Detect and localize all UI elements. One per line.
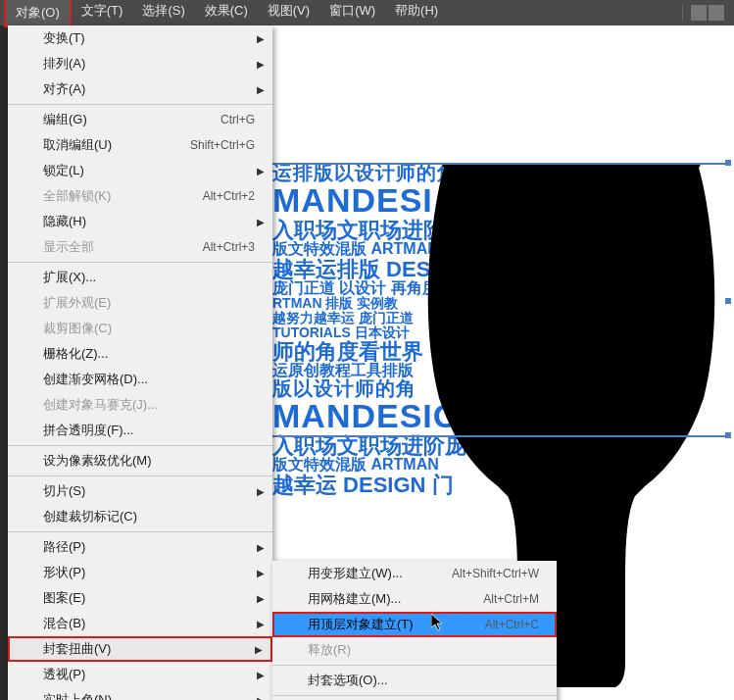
menu-item[interactable]: 封套扭曲(V)▶ [8, 636, 272, 662]
menu-item[interactable]: 排列(A)▶ [8, 51, 272, 76]
menu-item[interactable]: 变换(T)▶ [8, 25, 272, 51]
menu-item-label: 创建渐变网格(D)... [43, 371, 148, 388]
menu-item[interactable]: 路径(P)▶ [8, 534, 272, 560]
menu-item[interactable]: 栅格化(Z)... [8, 341, 272, 367]
menu-item[interactable]: 对齐(A)▶ [8, 76, 272, 102]
menu-shortcut: Alt+Ctrl+2 [203, 189, 255, 203]
menu-item[interactable]: 切片(S)▶ [8, 478, 272, 504]
menu-item[interactable]: 编组(G)Ctrl+G [8, 107, 272, 132]
submenu-arrow-icon: ▶ [257, 59, 265, 70]
submenu-arrow-icon: ▶ [257, 33, 265, 44]
menubar-item[interactable]: 选择(S) [132, 0, 194, 27]
menu-separator [8, 531, 272, 532]
menubar-right-icons [676, 5, 730, 21]
submenu-arrow-icon: ▶ [257, 568, 265, 578]
menu-item[interactable]: 实时上色(N)▶ [8, 687, 272, 700]
menu-item-label: 创建裁切标记(C) [43, 508, 137, 525]
menu-item-label: 切片(S) [43, 482, 85, 500]
menu-item[interactable]: 拼合透明度(F)... [8, 418, 272, 443]
menubar-item[interactable]: 对象(O) [4, 0, 72, 27]
menu-item-label: 锁定(L) [43, 162, 84, 179]
menu-item-label: 封套选项(O)... [308, 672, 388, 689]
menu-item-label: 显示全部 [43, 238, 94, 256]
menu-item[interactable]: 混合(B)▶ [8, 611, 272, 636]
menu-item[interactable]: 隐藏(H)▶ [8, 209, 272, 234]
submenu-arrow-icon: ▶ [257, 166, 265, 176]
menu-item-label: 创建对象马赛克(J)... [43, 396, 158, 414]
menu-shortcut: Alt+Ctrl+M [483, 592, 539, 606]
submenu-arrow-icon: ▶ [257, 619, 265, 629]
menu-separator [8, 262, 272, 263]
menubar-item[interactable]: 效果(C) [195, 0, 258, 27]
anchor-point[interactable] [725, 432, 731, 438]
menubar-item[interactable]: 窗口(W) [319, 0, 385, 27]
menu-item[interactable]: 用变形建立(W)...Alt+Shift+Ctrl+W [272, 561, 557, 586]
anchor-point[interactable] [725, 160, 731, 166]
arrange-icon[interactable] [709, 5, 724, 21]
menubar-item[interactable]: 视图(V) [258, 0, 319, 27]
menubar-item[interactable]: 帮助(H) [385, 0, 448, 27]
workspace-icon[interactable] [691, 5, 707, 21]
object-menu-dropdown: 变换(T)▶排列(A)▶对齐(A)▶编组(G)Ctrl+G取消编组(U)Shif… [8, 25, 272, 700]
menubar-item[interactable]: 文字(T) [72, 0, 133, 27]
submenu-arrow-icon: ▶ [257, 695, 265, 701]
menu-item-label: 拼合透明度(F)... [43, 422, 133, 439]
menu-item-label: 路径(P) [43, 538, 85, 556]
menu-item-label: 全部解锁(K) [43, 187, 111, 205]
menu-separator [8, 104, 272, 105]
menu-item[interactable]: 取消编组(U)Shift+Ctrl+G [8, 132, 272, 158]
menu-item-label: 设为像素级优化(M) [43, 452, 152, 470]
submenu-arrow-icon: ▶ [257, 486, 265, 497]
submenu-arrow-icon: ▶ [255, 644, 263, 655]
menu-item-label: 变换(T) [43, 29, 85, 47]
menu-item-label: 取消编组(U) [43, 136, 112, 154]
menu-item[interactable]: 锁定(L)▶ [8, 158, 272, 183]
menu-item-label: 用顶层对象建立(T) [308, 616, 414, 633]
menu-item-label: 扩展外观(E) [43, 294, 111, 312]
menu-separator [272, 665, 557, 666]
menu-item-label: 释放(R) [308, 641, 351, 659]
menu-item-label: 对齐(A) [43, 80, 85, 98]
menu-item-label: 用变形建立(W)... [308, 565, 403, 582]
menu-shortcut: Ctrl+G [220, 113, 255, 126]
anchor-point[interactable] [725, 298, 731, 304]
menu-shortcut: Alt+Shift+Ctrl+W [452, 567, 539, 580]
menu-item[interactable]: 用网格建立(M)...Alt+Ctrl+M [272, 586, 557, 612]
menu-item: 全部解锁(K)Alt+Ctrl+2 [8, 183, 272, 209]
menu-item-label: 形状(P) [43, 564, 85, 581]
menu-item[interactable]: 用顶层对象建立(T)Alt+Ctrl+C [272, 612, 557, 637]
menu-item-label: 用网格建立(M)... [308, 590, 401, 608]
menu-item[interactable]: 创建裁切标记(C) [8, 504, 272, 529]
menu-shortcut: Alt+Ctrl+3 [203, 240, 255, 254]
menu-item: 释放(R) [272, 637, 557, 663]
menu-item-label: 编组(G) [43, 111, 87, 128]
menu-item[interactable]: 透视(P)▶ [8, 662, 272, 687]
menu-item: 裁剪图像(C) [8, 316, 272, 341]
menu-item[interactable]: 形状(P)▶ [8, 560, 272, 585]
menu-item-label: 透视(P) [43, 666, 85, 683]
menubar: 对象(O)文字(T)选择(S)效果(C)视图(V)窗口(W)帮助(H) [0, 0, 734, 25]
menu-item[interactable]: 封套选项(O)... [272, 668, 557, 693]
submenu-arrow-icon: ▶ [257, 217, 265, 227]
submenu-arrow-icon: ▶ [257, 84, 265, 95]
submenu-arrow-icon: ▶ [257, 593, 265, 604]
mouse-cursor [431, 614, 445, 634]
menu-item-label: 裁剪图像(C) [43, 320, 112, 337]
menu-item: 创建对象马赛克(J)... [8, 392, 272, 418]
menu-item-label: 混合(B) [43, 615, 85, 632]
menu-item-label: 排列(A) [43, 55, 85, 73]
menu-item: 扩展外观(E) [8, 290, 272, 316]
menu-separator [8, 475, 272, 476]
submenu-arrow-icon: ▶ [257, 542, 265, 553]
menu-item-label: 隐藏(H) [43, 213, 86, 230]
menu-item: 显示全部Alt+Ctrl+3 [8, 234, 272, 260]
menu-separator [8, 445, 272, 446]
menu-item-label: 扩展(X)... [43, 269, 96, 286]
menu-item-label: 栅格化(Z)... [43, 345, 108, 363]
menu-item[interactable]: 创建渐变网格(D)... [8, 367, 272, 392]
menu-item[interactable]: 设为像素级优化(M) [8, 448, 272, 474]
menu-item-label: 实时上色(N) [43, 691, 112, 700]
menu-separator [272, 695, 557, 696]
menu-item[interactable]: 图案(E)▶ [8, 585, 272, 611]
menu-item[interactable]: 扩展(X)... [8, 265, 272, 290]
